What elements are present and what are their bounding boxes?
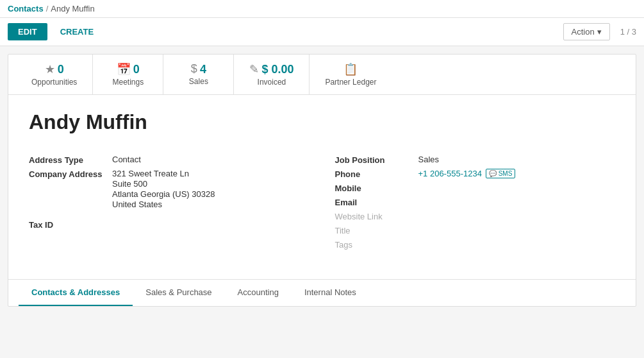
website-label: Website Link (335, 211, 418, 221)
address-type-label: Address Type (29, 155, 112, 165)
fields-grid: Address Type Contact Company Address 321… (29, 155, 615, 253)
smart-btn-partner-ledger[interactable]: 📋 Partner Ledger (310, 55, 392, 94)
opportunities-label: Opportunities (31, 78, 77, 87)
sms-icon: 💬 (489, 170, 497, 177)
address-line2: Suite 500 (112, 179, 215, 189)
tab-sales-purchase[interactable]: Sales & Purchase (133, 280, 224, 306)
sales-count: 4 (200, 64, 206, 75)
smart-btn-opportunities[interactable]: ★ 0 Opportunities (16, 55, 93, 94)
tab-contacts-addresses[interactable]: Contacts & Addresses (19, 280, 133, 306)
dollar-icon: $ (191, 62, 197, 76)
action-button-label: Action (572, 27, 595, 37)
calendar-icon: 📅 (117, 62, 131, 76)
company-address-value: 321 Sweet Treate Ln Suite 500 Atlanta Ge… (112, 169, 215, 209)
smart-btn-invoiced[interactable]: ✎ $ 0.00 Invoiced (234, 55, 310, 94)
breadcrumb: Contacts / Andy Muffin (0, 0, 644, 18)
right-fields: Job Position Sales Phone +1 206-555-1234… (335, 155, 616, 253)
job-position-value: Sales (418, 155, 440, 164)
smart-btn-meetings[interactable]: 📅 0 Meetings (93, 55, 163, 94)
opportunities-count: 0 (58, 64, 64, 75)
ledger-icon: 📋 (343, 62, 358, 76)
breadcrumb-contacts-link[interactable]: Contacts (8, 4, 44, 13)
mobile-row: Mobile (335, 183, 616, 193)
action-button[interactable]: Action ▾ (563, 23, 610, 40)
address-line4: United States (112, 200, 215, 209)
page-count: 1 / 3 (620, 27, 636, 37)
star-icon: ★ (45, 62, 55, 76)
sms-label: SMS (499, 170, 513, 177)
tabs-bar: Contacts & Addresses Sales & Purchase Ac… (8, 279, 636, 306)
job-position-row: Job Position Sales (335, 155, 616, 165)
action-bar: EDIT CREATE Action ▾ 1 / 3 (0, 18, 644, 46)
create-button[interactable]: CREATE (53, 23, 101, 40)
job-position-label: Job Position (335, 155, 418, 165)
invoiced-amount: $ 0.00 (261, 64, 293, 75)
tags-row: Tags (335, 239, 616, 250)
tags-label: Tags (335, 239, 418, 250)
breadcrumb-separator: / (46, 4, 49, 13)
mobile-label: Mobile (335, 183, 418, 193)
meetings-count: 0 (133, 64, 140, 75)
partner-ledger-label: Partner Ledger (325, 78, 376, 87)
company-address-label: Company Address (29, 169, 112, 179)
address-type-value: Contact (112, 155, 141, 164)
title-label: Title (335, 225, 418, 235)
smart-buttons-bar: ★ 0 Opportunities 📅 0 Meetings $ 4 Sales… (8, 55, 636, 95)
phone-row: Phone +1 206-555-1234 💬 SMS (335, 169, 616, 179)
contact-body: Andy Muffin Address Type Contact Company… (8, 95, 636, 279)
breadcrumb-current: Andy Muffin (51, 4, 94, 13)
left-fields: Address Type Contact Company Address 321… (29, 155, 310, 253)
main-card: ★ 0 Opportunities 📅 0 Meetings $ 4 Sales… (8, 54, 636, 307)
tab-accounting[interactable]: Accounting (225, 280, 292, 306)
email-row: Email (335, 197, 616, 207)
tax-id-row: Tax ID (29, 219, 310, 230)
chevron-down-icon: ▾ (597, 27, 602, 37)
website-row: Website Link (335, 211, 616, 221)
invoiced-label: Invoiced (258, 78, 286, 87)
invoice-icon: ✎ (249, 62, 259, 76)
sms-badge[interactable]: 💬 SMS (486, 169, 515, 178)
phone-label: Phone (335, 169, 418, 179)
edit-button[interactable]: EDIT (8, 23, 47, 40)
meetings-label: Meetings (113, 78, 144, 87)
address-line3: Atlanta Georgia (US) 30328 (112, 189, 215, 199)
title-row: Title (335, 225, 616, 235)
tax-id-label: Tax ID (29, 219, 112, 230)
sales-label: Sales (189, 77, 208, 86)
contact-name: Andy Muffin (29, 110, 615, 134)
phone-value[interactable]: +1 206-555-1234 (418, 169, 482, 178)
smart-btn-sales[interactable]: $ 4 Sales (163, 55, 234, 94)
tab-internal-notes[interactable]: Internal Notes (292, 280, 369, 306)
company-address-row: Company Address 321 Sweet Treate Ln Suit… (29, 169, 310, 209)
address-line1: 321 Sweet Treate Ln (112, 169, 215, 178)
address-type-row: Address Type Contact (29, 155, 310, 165)
email-label: Email (335, 197, 418, 207)
